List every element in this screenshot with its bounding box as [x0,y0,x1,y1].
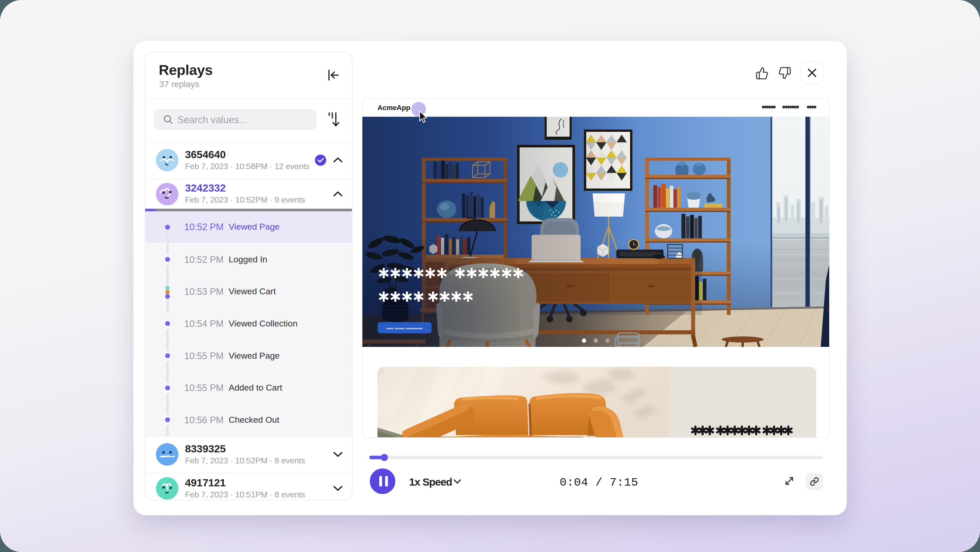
svg-text:**** ****** **********: **** ****** ********** [387,327,423,332]
